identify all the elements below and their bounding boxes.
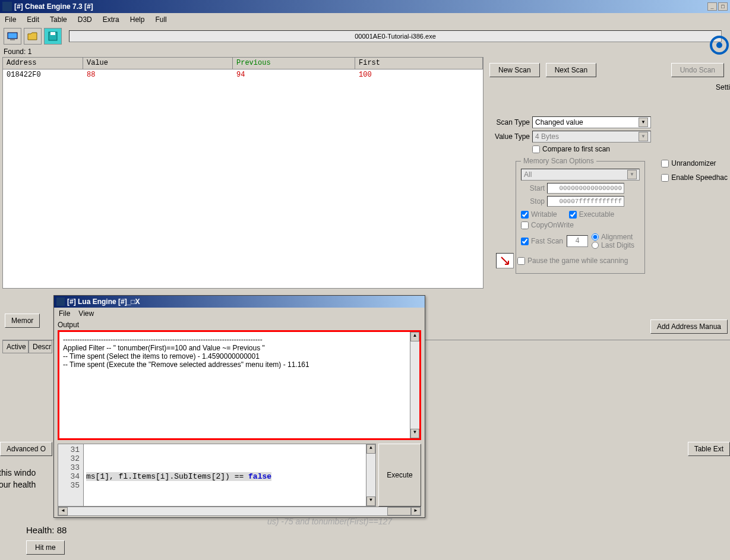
memory-options-legend: Memory Scan Options <box>521 157 596 165</box>
unrandomizer-checkbox[interactable] <box>661 160 669 167</box>
stop-label: Stop <box>521 197 545 205</box>
hit-me-button[interactable]: Hit me <box>26 540 65 555</box>
add-address-manual-button[interactable]: Add Address Manua <box>650 319 728 334</box>
settings-gear-icon[interactable] <box>709 34 730 56</box>
dropdown-arrow-icon: ▼ <box>627 170 637 179</box>
side-checkboxes: Unrandomizer Enable Speedhac <box>661 158 728 183</box>
lua-horizontal-scrollbar[interactable]: ◄ ► <box>58 507 421 516</box>
cell-address: 018422F0 <box>3 69 83 80</box>
menubar: File Edit Table D3D Extra Help Full <box>0 13 730 26</box>
svg-point-5 <box>716 42 722 48</box>
stop-input[interactable] <box>547 196 624 207</box>
lua-code-area: 31 32 33 34 35 ms[1], fl.Items[i].SubIte… <box>58 444 421 507</box>
menu-file[interactable]: File <box>5 15 16 24</box>
column-description[interactable]: Descr <box>29 340 52 353</box>
header-value[interactable]: Value <box>83 58 233 69</box>
scroll-thumb[interactable] <box>387 507 411 515</box>
scroll-down-icon[interactable]: ▼ <box>366 496 375 506</box>
lua-editor-scrollbar[interactable]: ▲ ▼ <box>366 444 375 506</box>
save-button[interactable] <box>44 28 62 45</box>
cell-first: 100 <box>355 69 483 80</box>
process-title: 00001AE0-Tutorial-i386.exe <box>355 33 436 40</box>
header-first[interactable]: First <box>355 58 483 69</box>
lua-menu-view[interactable]: View <box>78 309 94 318</box>
lastdigits-radio[interactable] <box>592 242 599 249</box>
start-input[interactable] <box>547 183 624 194</box>
executable-checkbox[interactable] <box>569 211 577 219</box>
column-active[interactable]: Active <box>2 340 29 353</box>
app-icon <box>2 2 12 11</box>
ghost-text: us) -75 and tonumber(First)==127 <box>267 517 392 526</box>
lua-minimize-button[interactable]: _ <box>127 298 131 306</box>
lua-app-icon <box>56 298 65 306</box>
lua-output-scrollbar[interactable]: ▲ ▼ <box>410 332 419 438</box>
menu-d3d[interactable]: D3D <box>78 15 92 24</box>
results-table: Address Value Previous First 018422F0 88… <box>2 57 483 289</box>
lua-output-label: Output <box>54 319 425 330</box>
toolbar: 00001AE0-Tutorial-i386.exe <box>0 26 730 46</box>
scroll-left-icon[interactable]: ◄ <box>58 507 68 515</box>
new-scan-button[interactable]: New Scan <box>489 63 540 77</box>
dropdown-arrow-icon: ▼ <box>639 118 648 127</box>
tutorial-text: this windo our health <box>0 467 36 491</box>
table-extras-button[interactable]: Table Ext <box>688 442 730 456</box>
start-label: Start <box>521 184 545 192</box>
memory-range-select[interactable]: All▼ <box>521 169 640 181</box>
svg-rect-0 <box>8 33 17 39</box>
menu-table[interactable]: Table <box>50 15 67 24</box>
advanced-options-button[interactable]: Advanced O <box>0 442 52 456</box>
compare-first-label: Compare to first scan <box>542 145 610 153</box>
memory-view-button[interactable]: Memor <box>5 314 40 328</box>
menu-edit[interactable]: Edit <box>27 15 39 24</box>
open-button[interactable] <box>24 28 42 45</box>
scroll-right-icon[interactable]: ► <box>411 507 421 515</box>
value-type-select[interactable]: 4 Bytes▼ <box>532 131 651 143</box>
svg-rect-1 <box>10 39 15 40</box>
cell-previous: 94 <box>233 69 355 80</box>
menu-full[interactable]: Full <box>155 15 166 24</box>
red-arrow-button[interactable] <box>496 253 514 268</box>
menu-help[interactable]: Help <box>130 15 145 24</box>
results-header: Address Value Previous First <box>3 58 483 69</box>
memory-scan-options: Memory Scan Options All▼ Start Stop Writ… <box>516 157 645 274</box>
scan-type-label: Scan Type <box>489 118 530 126</box>
lua-menu-file[interactable]: File <box>59 309 70 318</box>
compare-first-checkbox[interactable] <box>532 145 540 153</box>
alignment-radio[interactable] <box>592 233 599 241</box>
scroll-up-icon[interactable]: ▲ <box>366 444 375 454</box>
lua-titlebar[interactable]: [#] Lua Engine [#] _ □ X <box>54 296 425 308</box>
process-bar: 00001AE0-Tutorial-i386.exe <box>69 30 722 42</box>
cell-value: 88 <box>83 69 233 80</box>
maximize-button[interactable]: □ <box>718 2 728 11</box>
minimize-button[interactable]: _ <box>707 2 717 11</box>
window-title: [#] Cheat Engine 7.3 [#] <box>14 2 93 11</box>
lua-output-box: ----------------------------------------… <box>58 330 421 440</box>
health-label: Health: 88 <box>26 525 67 535</box>
scroll-down-icon[interactable]: ▼ <box>410 429 419 438</box>
lua-maximize-button[interactable]: □ <box>131 298 135 306</box>
next-scan-button[interactable]: Next Scan <box>546 63 596 77</box>
lua-gutter: 31 32 33 34 35 <box>58 444 84 507</box>
lua-execute-button[interactable]: Execute <box>378 444 421 507</box>
undo-scan-button[interactable]: Undo Scan <box>671 63 724 77</box>
found-count: Found: 1 <box>0 46 730 57</box>
value-type-label: Value Type <box>489 132 530 141</box>
menu-extra[interactable]: Extra <box>103 15 119 24</box>
lua-engine-window: [#] Lua Engine [#] _ □ X File View Outpu… <box>53 295 425 518</box>
writable-checkbox[interactable] <box>521 211 529 219</box>
header-address[interactable]: Address <box>3 58 83 69</box>
dropdown-arrow-icon: ▼ <box>639 132 648 141</box>
fastscan-checkbox[interactable] <box>521 238 529 245</box>
scan-type-select[interactable]: Changed value▼ <box>532 116 651 128</box>
header-previous[interactable]: Previous <box>233 58 355 69</box>
pause-checkbox[interactable] <box>517 257 525 265</box>
lua-close-button[interactable]: X <box>135 298 140 306</box>
lua-editor[interactable]: ms[1], fl.Items[i].SubItems[2]) == false… <box>84 444 376 507</box>
copyonwrite-checkbox[interactable] <box>521 222 529 229</box>
scroll-up-icon[interactable]: ▲ <box>410 332 419 341</box>
svg-rect-3 <box>50 32 55 35</box>
select-process-button[interactable] <box>4 28 21 45</box>
speedhack-checkbox[interactable] <box>661 174 669 182</box>
fastscan-value[interactable] <box>567 235 588 247</box>
result-row[interactable]: 018422F0 88 94 100 <box>3 69 483 80</box>
